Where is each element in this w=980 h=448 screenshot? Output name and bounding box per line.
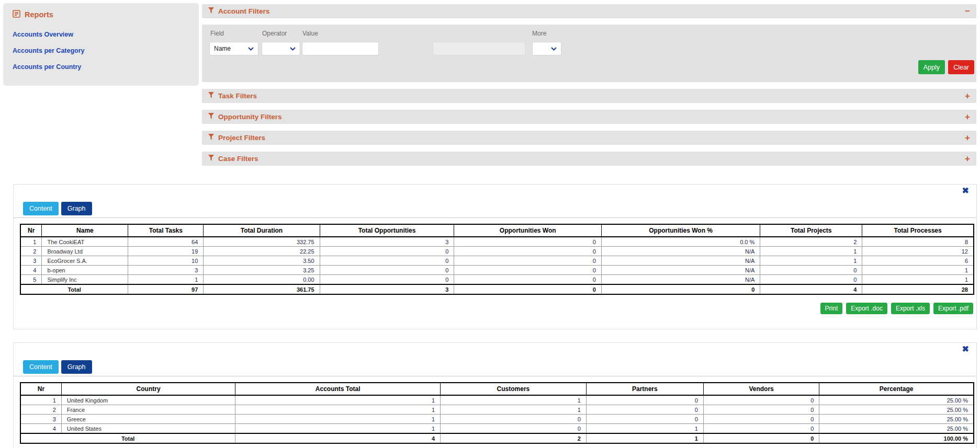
column-header-percentage: Percentage — [819, 383, 974, 395]
table-cell: 0 — [703, 405, 819, 415]
export-xls-button[interactable]: Export .xls — [891, 303, 930, 314]
table-cell: Total — [20, 433, 235, 443]
table-cell: 0 — [586, 415, 703, 424]
table-row: 3EcoGrocer S.A.103.5000N/A16 — [20, 256, 974, 266]
table-cell: 0 — [703, 433, 819, 443]
table-cell: 3 — [320, 284, 454, 294]
table-cell: 0 — [454, 275, 601, 285]
print-button[interactable]: Print — [820, 303, 843, 314]
column-header-partners: Partners — [586, 383, 703, 395]
sidebar-title-label: Reports — [25, 10, 53, 19]
report-icon — [13, 10, 20, 19]
more-label: More — [532, 30, 546, 37]
operator-label: Operator — [262, 30, 287, 37]
expand-icon[interactable]: + — [965, 112, 970, 121]
table-cell: 0 — [586, 395, 703, 405]
table-cell: 1 — [441, 405, 587, 415]
tab-content[interactable]: Content — [23, 360, 59, 374]
tab-content[interactable]: Content — [23, 202, 59, 215]
column-header-total-tasks: Total Tasks — [128, 224, 204, 237]
table-cell: United States — [61, 424, 235, 434]
close-icon[interactable]: ✖ — [962, 345, 969, 353]
value-label: Value — [302, 30, 318, 37]
table-cell: 0 — [441, 424, 587, 434]
clear-button[interactable]: Clear — [948, 60, 974, 74]
column-header-nr: Nr — [20, 383, 61, 395]
column-header-customers: Customers — [441, 383, 587, 395]
table-cell: N/A — [601, 256, 760, 266]
table-cell: 4 — [760, 284, 862, 294]
column-header-vendors: Vendors — [703, 383, 819, 395]
table-cell: 4 — [20, 424, 61, 434]
project-filters-label: Project Filters — [218, 134, 265, 142]
apply-button[interactable]: Apply — [918, 60, 945, 74]
table-row: 1United Kingdom110025.00 % — [20, 395, 974, 405]
table-cell: 5 — [20, 275, 42, 285]
table-cell: b-open — [42, 266, 128, 275]
close-icon[interactable]: ✖ — [962, 187, 969, 195]
filter-bar-case-filters[interactable]: Case Filters+ — [202, 152, 976, 166]
table-cell: 3 — [128, 266, 204, 275]
task-filters-title: Task Filters — [208, 92, 257, 100]
table-cell: 0 — [454, 266, 601, 275]
expand-icon[interactable]: + — [965, 133, 970, 142]
table-cell: EcoGrocer S.A. — [42, 256, 128, 266]
tab-graph[interactable]: Graph — [61, 360, 92, 374]
table-cell: 3 — [20, 415, 61, 424]
sidebar-item-accounts-per-country[interactable]: Accounts per Country — [13, 63, 189, 71]
case-filters-label: Case Filters — [218, 155, 258, 163]
chevron-down-icon — [248, 47, 254, 51]
filter-bar-project-filters[interactable]: Project Filters+ — [202, 131, 976, 145]
table-cell: 4 — [20, 266, 42, 275]
expand-icon[interactable]: + — [965, 91, 970, 100]
table-cell: 0 — [320, 256, 454, 266]
table-cell: 25.00 % — [819, 424, 974, 434]
account-filters-title: Account Filters — [208, 7, 269, 15]
project-filters-title: Project Filters — [208, 134, 265, 142]
opportunity-filters-label: Opportunity Filters — [218, 113, 282, 121]
value-input[interactable] — [302, 42, 379, 55]
table-cell: 2 — [20, 405, 61, 415]
table-cell: 2 — [441, 433, 587, 443]
table-cell: 28 — [862, 284, 974, 294]
table-cell: 1 — [760, 247, 862, 256]
account-filters-header[interactable]: Account Filters − — [202, 4, 976, 18]
column-header-opportunities-won-: Opportunities Won % — [601, 224, 760, 237]
reports-page: { "icons": { "close": "✖", "collapse": "… — [0, 0, 980, 448]
export-pdf-button[interactable]: Export .pdf — [933, 303, 973, 314]
table-row: 4b-open33.2500N/A01 — [20, 266, 974, 275]
filter-bar-opportunity-filters[interactable]: Opportunity Filters+ — [202, 110, 976, 124]
sidebar-link-list: Accounts Overview Accounts per Category … — [13, 31, 189, 71]
table-cell: 1 — [20, 237, 42, 247]
more-select[interactable] — [532, 42, 561, 55]
operator-select[interactable] — [262, 42, 300, 55]
report-card-accounts-overview: ✖ Content Graph NrNameTotal TasksTotal D… — [13, 184, 977, 329]
export-doc-button[interactable]: Export .doc — [846, 303, 887, 314]
table-row: 2Broadway Ltd1922.2500N/A112 — [20, 247, 974, 256]
table-cell: 0 — [320, 275, 454, 285]
table-cell: 0 — [454, 247, 601, 256]
tab-divider — [14, 376, 976, 376]
table-cell: Greece — [61, 415, 235, 424]
value2-input — [433, 42, 525, 55]
report-card-accounts-per-country: ✖ Content Graph NrCountryAccounts TotalC… — [13, 342, 977, 448]
sidebar-item-accounts-overview[interactable]: Accounts Overview — [13, 31, 189, 39]
tab-graph[interactable]: Graph — [61, 202, 92, 215]
filters-panel: Account Filters − Field Operator Value M… — [202, 4, 976, 166]
table-cell: 100.00 % — [819, 433, 974, 443]
chevron-down-icon — [290, 47, 296, 51]
collapse-icon[interactable]: − — [965, 7, 970, 16]
field-select[interactable]: Name — [209, 42, 258, 55]
table-cell: 0 — [703, 424, 819, 434]
table-cell: 1 — [586, 424, 703, 434]
table-header-row: NrCountryAccounts TotalCustomersPartners… — [20, 383, 974, 395]
table-cell: 1 — [20, 395, 61, 405]
table-cell: 1 — [235, 395, 441, 405]
account-filters-body: Field Operator Value More Name Apply Cle… — [202, 25, 976, 82]
filter-bar-task-filters[interactable]: Task Filters+ — [202, 89, 976, 103]
expand-icon[interactable]: + — [965, 154, 970, 163]
table-cell: 1 — [235, 415, 441, 424]
sidebar-item-accounts-per-category[interactable]: Accounts per Category — [13, 47, 189, 55]
filter-funnel-icon — [208, 92, 215, 100]
table-cell: 8 — [862, 237, 974, 247]
